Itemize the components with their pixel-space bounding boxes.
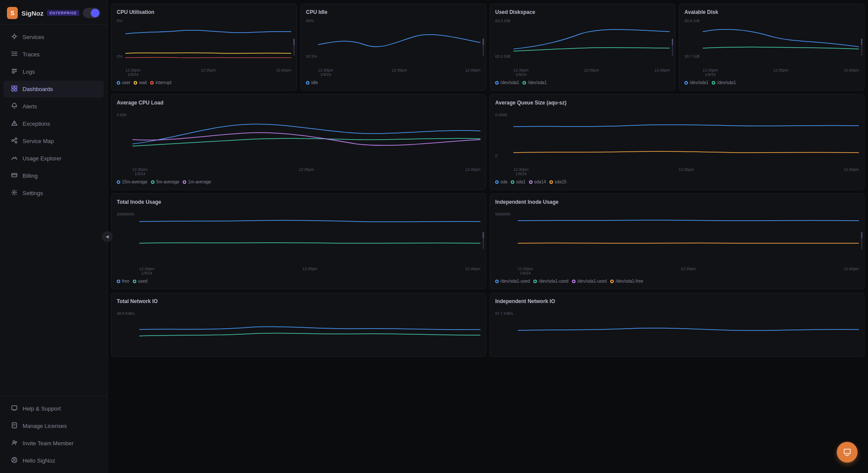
x-label-3: 12:40pm <box>844 267 859 275</box>
legend-label-1m: 1m-average <box>188 179 211 184</box>
y-top: 5% <box>117 19 122 23</box>
usage-explorer-icon <box>10 154 18 163</box>
svg-rect-5 <box>15 86 17 88</box>
exceptions-label: Exceptions <box>23 121 50 127</box>
scroll-indicator-5 <box>483 232 484 249</box>
cpu-util-legend: user wait interrupt <box>117 80 291 85</box>
logo-bar: S SigNoz ENTERPRISE <box>0 0 107 25</box>
x-label-2: 12:35pm <box>773 68 788 77</box>
legend-label-sda15: sda15 <box>555 179 566 184</box>
panel-used-diskspace: Used Diskspace 63.3 GiB 63.3 GiB 12:30pm… <box>490 3 675 91</box>
legend-sda1: sda1 <box>511 179 526 184</box>
scroll-indicator <box>293 39 295 56</box>
sidebar-item-billing[interactable]: Billing <box>3 167 104 184</box>
panel-independent-inode: Independent Inode Usage 5000000 12:30pm1… <box>490 193 865 289</box>
sidebar-item-alerts[interactable]: Alerts <box>3 98 104 115</box>
sidebar-item-services[interactable]: Services <box>3 29 104 46</box>
sidebar-item-logs[interactable]: Logs <box>3 63 104 80</box>
y-top: 95% <box>306 19 314 23</box>
sidebar-item-invite[interactable]: Invite Team Member <box>3 435 104 452</box>
sidebar-nav: Services Traces Logs Dashboards <box>0 25 107 396</box>
indep-net-chart: 97.7 KiB/s <box>495 308 859 351</box>
y-val: 5000000 <box>495 212 510 216</box>
x-label-1: 12:30pm1/9/24 <box>139 267 155 275</box>
legend-1m: 1m-average <box>183 179 211 184</box>
dashboards-label: Dashboards <box>23 86 53 92</box>
avail-disk-title: Avaiable Disk <box>684 9 859 15</box>
hello-label: Hello SigNoz <box>23 457 55 464</box>
services-icon <box>10 33 18 41</box>
sidebar-item-dashboards[interactable]: Dashboards <box>3 81 104 98</box>
cpu-util-title: CPU Utilisation <box>117 9 291 15</box>
usage-explorer-label: Usage Explorer <box>23 155 62 162</box>
theme-toggle[interactable] <box>83 8 100 18</box>
legend-label-sda1-b: /dev/sda1 <box>528 80 546 85</box>
sidebar: S SigNoz ENTERPRISE Services Traces Logs <box>0 0 108 473</box>
scroll-indicator-3 <box>672 39 673 56</box>
sidebar-item-exceptions[interactable]: Exceptions <box>3 115 104 132</box>
dashboards-icon <box>10 85 18 93</box>
legend-dot-ii-free <box>610 280 614 283</box>
scroll-indicator-6 <box>861 232 862 249</box>
legend-label-sda1-a: /dev/sda1 <box>500 80 519 85</box>
legend-ii-used-a: /dev/sda1-used <box>495 279 530 284</box>
y-val: 97.7 KiB/s <box>495 311 513 316</box>
y-val: 0.500 <box>117 113 127 117</box>
legend-user: user <box>117 80 130 85</box>
legend-interrupt: interrupt <box>150 80 171 85</box>
x-label-2: 12:35pm <box>299 167 314 176</box>
x-label-2: 12:35pm <box>391 68 407 77</box>
x-label-2: 12:35pm <box>302 267 317 275</box>
legend-label-avail-b: /dev/sda1 <box>717 80 736 85</box>
indep-inode-legend: /dev/sda1-used /dev/sda1-used /dev/sda1-… <box>495 279 859 284</box>
legend-dot-sda <box>495 180 499 184</box>
legend-ii-used-c: /dev/sda1-used <box>572 279 607 284</box>
legend-label-sda14: sda14 <box>534 179 546 184</box>
svg-point-8 <box>14 124 15 125</box>
sidebar-item-hello[interactable]: Hello SigNoz <box>3 452 104 469</box>
used-disk-legend: /dev/sda1 /dev/sda1 <box>495 80 670 85</box>
sidebar-item-help[interactable]: Help & Support <box>3 400 104 417</box>
fourth-row: Total Network IO 48.8 KiB/s Independent … <box>111 293 865 357</box>
second-row: Average CPU Load 0.500 12:30pm1/9/24 12:… <box>111 94 865 190</box>
legend-label-15m: 15m-average <box>122 179 148 184</box>
legend-label-sda: sda <box>500 179 507 184</box>
x-label-2: 12:35pm <box>201 68 216 77</box>
legend-dot-wait <box>134 81 137 85</box>
svg-point-16 <box>13 441 15 443</box>
service-map-label: Service Map <box>23 138 54 144</box>
legend-dot-free <box>117 280 120 283</box>
traces-icon <box>10 50 18 59</box>
sidebar-item-traces[interactable]: Traces <box>3 46 104 63</box>
chat-fab-button[interactable] <box>837 442 858 463</box>
panel-cpu-utilisation: CPU Utilisation 5% 0% 12:30pm1/9/24 12:3… <box>111 3 297 91</box>
top-row: CPU Utilisation 5% 0% 12:30pm1/9/24 12:3… <box>111 3 865 91</box>
legend-idle: idle <box>306 80 318 85</box>
sidebar-item-settings[interactable]: Settings <box>3 185 104 202</box>
legend-sda: sda <box>495 179 507 184</box>
legend-wait: wait <box>134 80 147 85</box>
cpu-idle-legend: idle <box>306 80 480 85</box>
legend-dot-15m <box>117 180 120 184</box>
x-label-3: 12:40pm <box>844 68 859 77</box>
svg-point-0 <box>13 35 16 38</box>
sidebar-collapse-button[interactable]: ◀ <box>102 232 112 242</box>
legend-dot-sda1 <box>511 180 514 184</box>
y-bottom: 63.3 GiB <box>495 54 510 59</box>
sidebar-item-usage-explorer[interactable]: Usage Explorer <box>3 150 104 167</box>
sidebar-item-service-map[interactable]: Service Map <box>3 133 104 150</box>
legend-sda15: sda15 <box>549 179 566 184</box>
panel-total-network-io: Total Network IO 48.8 KiB/s <box>111 293 486 357</box>
legend-sda14: sda14 <box>529 179 546 184</box>
svg-rect-1 <box>12 69 17 70</box>
indep-inode-title: Independent Inode Usage <box>495 199 859 205</box>
traces-label: Traces <box>23 51 39 58</box>
sidebar-item-licenses[interactable]: Manage Licenses <box>3 418 104 434</box>
x-label-2: 12:35pm <box>681 267 696 275</box>
x-label-3: 12:40pm <box>465 167 480 176</box>
x-label-1: 12:30pm1/9/24 <box>518 267 533 275</box>
logs-icon <box>10 68 18 76</box>
legend-label-idle: idle <box>311 80 318 85</box>
total-net-chart: 48.8 KiB/s <box>117 308 480 351</box>
x-label-3: 12:40pm <box>844 167 859 176</box>
